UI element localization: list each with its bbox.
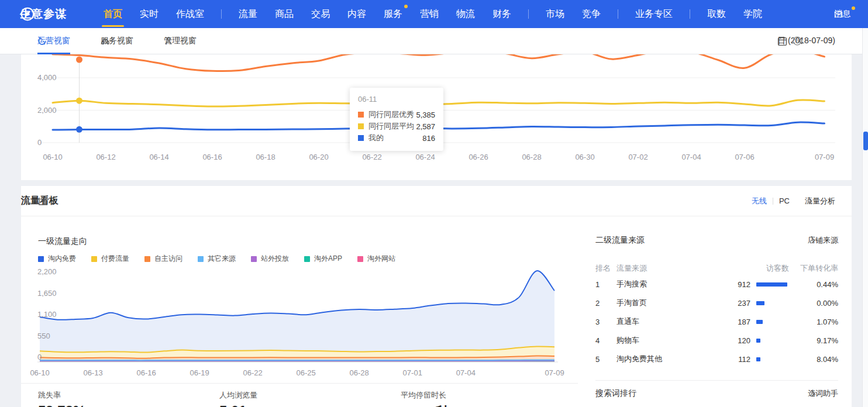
legend-item-自主访问[interactable]: 自主访问 xyxy=(144,254,182,264)
person-icon xyxy=(164,36,173,46)
legend-item-付费流量[interactable]: 付费流量 xyxy=(91,254,129,264)
nav-item-交易[interactable]: 交易 xyxy=(302,0,339,28)
source-rank: 3 xyxy=(595,318,616,326)
toggle-divider xyxy=(773,198,773,205)
series-value: 5,385 xyxy=(416,111,435,119)
search-rank-section: 搜索词排行 选词助手 xyxy=(595,380,838,399)
nav-item-内容[interactable]: 内容 xyxy=(339,0,375,28)
legend-swatch xyxy=(144,256,150,262)
compass-logo-icon xyxy=(20,6,35,22)
source-conversion: 0.44% xyxy=(789,280,838,289)
brand[interactable]: 生意参谋 xyxy=(20,6,67,22)
nav-item-市场[interactable]: 市场 xyxy=(537,0,573,28)
source-row-手淘首页[interactable]: 2手淘首页2370.00% xyxy=(595,298,838,308)
nav-item-竞争[interactable]: 竞争 xyxy=(573,0,609,28)
legend-label: 淘外网站 xyxy=(367,254,395,264)
legend-label: 付费流量 xyxy=(101,254,129,264)
y-tick-label: 0 xyxy=(37,353,42,361)
series-color-swatch xyxy=(358,135,364,141)
nav-item-取数[interactable]: 取数 xyxy=(698,0,735,28)
header-流量来源: 流量来源 xyxy=(616,263,709,274)
legend-swatch xyxy=(251,256,257,262)
legend-label: 站外投放 xyxy=(261,254,289,264)
messages-badge xyxy=(852,6,855,10)
legend-item-淘外网站[interactable]: 淘外网站 xyxy=(357,254,395,264)
metric-label: 人均浏览量 xyxy=(219,390,257,401)
y-tick-label: 550 xyxy=(37,332,50,340)
traffic-area-chart[interactable] xyxy=(37,269,558,368)
calendar-icon[interactable] xyxy=(777,36,787,46)
source-bar-cell xyxy=(750,301,789,305)
header-排名: 排名 xyxy=(595,263,616,274)
nav-item-流量[interactable]: 流量 xyxy=(230,0,266,28)
source-table-header: 排名流量来源访客数下单转化率 xyxy=(595,263,838,274)
tab-管理视窗[interactable]: 管理视窗 xyxy=(164,28,197,54)
header-访客数: 访客数 xyxy=(709,263,789,274)
shop-source-link[interactable]: 店铺来源 xyxy=(808,235,838,246)
x-tick-label: 06-20 xyxy=(309,153,328,161)
scrollbar-thumb[interactable] xyxy=(863,132,868,150)
source-rank: 4 xyxy=(595,336,616,345)
x-tick-label: 07-09 xyxy=(815,153,834,161)
nav-item-财务[interactable]: 财务 xyxy=(484,0,520,28)
nav-item-物流[interactable]: 物流 xyxy=(447,0,484,28)
source-row-购物车[interactable]: 4购物车1209.17% xyxy=(595,336,838,345)
series-name: 同行同层平均 xyxy=(368,121,416,132)
top-nav: 生意参谋 首页实时作战室流量商品交易内容服务营销物流财务市场竞争业务专区取数学院… xyxy=(0,0,868,28)
x-tick-label: 07-04 xyxy=(456,368,476,377)
source-bar-cell xyxy=(750,320,789,324)
notification-dot xyxy=(404,5,408,8)
messages-button[interactable]: 消息 xyxy=(834,9,850,19)
source-row-淘内免费其他[interactable]: 5淘内免费其他1128.04% xyxy=(595,354,838,364)
source-rank: 5 xyxy=(595,355,616,364)
tooltip-series-row: 我的816 xyxy=(358,132,435,144)
x-tick-label: 06-28 xyxy=(522,153,541,161)
info-icon[interactable] xyxy=(793,36,802,46)
nav-item-学院[interactable]: 学院 xyxy=(735,0,771,28)
x-tick-label: 06-26 xyxy=(469,153,488,161)
traffic-analysis-link[interactable]: 流量分析 xyxy=(805,196,835,206)
source-row-手淘搜索[interactable]: 1手淘搜索9120.44% xyxy=(595,280,838,289)
nav-item-营销[interactable]: 营销 xyxy=(411,0,447,28)
nav-item-首页[interactable]: 首页 xyxy=(95,0,131,28)
toggle-PC[interactable]: PC xyxy=(779,196,790,205)
visitors-bar xyxy=(756,357,760,361)
search-rank-title: 搜索词排行 xyxy=(595,388,636,399)
source-visitors: 237 xyxy=(709,299,750,308)
nav-item-实时[interactable]: 实时 xyxy=(131,0,167,28)
nav-item-作战室[interactable]: 作战室 xyxy=(167,0,213,28)
tab-运营视窗[interactable]: 运营视窗 xyxy=(37,28,70,54)
source-rank: 2 xyxy=(595,299,616,308)
x-tick-label: 06-25 xyxy=(297,368,316,377)
source-row-直通车[interactable]: 3直通车1871.07% xyxy=(595,317,838,326)
tab-服务视窗[interactable]: 服务视窗 xyxy=(101,28,133,54)
nav-item-服务[interactable]: 服务 xyxy=(375,0,411,28)
x-tick-label: 07-01 xyxy=(403,368,422,377)
metric-label: 平均停留时长 xyxy=(401,390,446,401)
source-bar-cell xyxy=(750,357,789,361)
word-helper-link[interactable]: 选词助手 xyxy=(808,388,838,399)
toggle-无线[interactable]: 无线 xyxy=(752,196,767,206)
legend-item-淘内免费[interactable]: 淘内免费 xyxy=(38,254,76,264)
series-value: 816 xyxy=(422,134,435,143)
x-tick-label: 06-16 xyxy=(136,368,156,377)
secondary-source-panel: 二级流量来源 店铺来源 排名流量来源访客数下单转化率 1手淘搜索9120.44%… xyxy=(595,235,838,246)
source-conversion: 8.04% xyxy=(789,355,838,364)
legend-item-站外投放[interactable]: 站外投放 xyxy=(251,254,289,264)
metric-value: 59.72% xyxy=(38,403,85,407)
source-visitors: 912 xyxy=(709,280,750,289)
legend-item-其它来源[interactable]: 其它来源 xyxy=(198,254,236,264)
legend-label: 淘内免费 xyxy=(48,254,76,264)
series-value: 2,587 xyxy=(416,122,435,131)
legend-item-淘外APP[interactable]: 淘外APP xyxy=(304,254,342,264)
y-tick-label: 2,200 xyxy=(37,267,57,276)
legend-swatch xyxy=(91,256,97,262)
nav-item-业务专区[interactable]: 业务专区 xyxy=(626,0,681,28)
refresh-icon xyxy=(37,36,47,46)
nav-item-商品[interactable]: 商品 xyxy=(266,0,302,28)
page-scrollbar xyxy=(862,28,868,407)
source-conversion: 1.07% xyxy=(789,318,838,326)
x-tick-label: 06-16 xyxy=(202,153,222,161)
series-name: 我的 xyxy=(368,133,422,143)
nav-divider xyxy=(221,9,222,19)
